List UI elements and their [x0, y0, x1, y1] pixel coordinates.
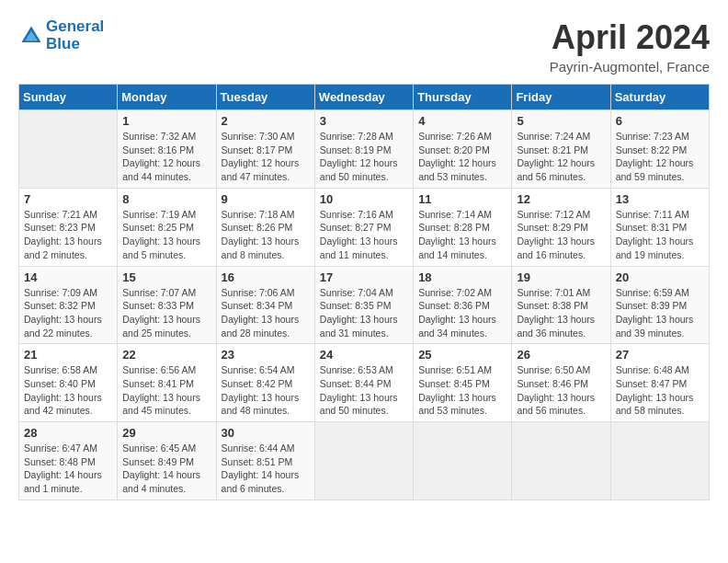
logo: General Blue [18, 18, 104, 52]
day-info: Sunrise: 6:45 AMSunset: 8:49 PMDaylight:… [122, 442, 210, 496]
day-number: 15 [122, 270, 210, 284]
calendar-cell: 13Sunrise: 7:11 AMSunset: 8:31 PMDayligh… [610, 188, 709, 266]
day-info: Sunrise: 6:47 AMSunset: 8:48 PMDaylight:… [24, 442, 112, 496]
day-number: 3 [320, 114, 408, 128]
calendar-cell: 15Sunrise: 7:07 AMSunset: 8:33 PMDayligh… [118, 266, 216, 344]
day-info: Sunrise: 7:16 AMSunset: 8:27 PMDaylight:… [320, 208, 408, 262]
day-info: Sunrise: 7:07 AMSunset: 8:33 PMDaylight:… [122, 286, 210, 340]
logo-icon [18, 23, 44, 49]
calendar-cell: 4Sunrise: 7:26 AMSunset: 8:20 PMDaylight… [414, 110, 512, 189]
header-row: SundayMondayTuesdayWednesdayThursdayFrid… [19, 85, 710, 110]
calendar-cell: 22Sunrise: 6:56 AMSunset: 8:41 PMDayligh… [118, 344, 216, 422]
calendar-cell: 16Sunrise: 7:06 AMSunset: 8:34 PMDayligh… [216, 266, 314, 344]
calendar-body: 1Sunrise: 7:32 AMSunset: 8:16 PMDaylight… [19, 110, 710, 500]
calendar-cell: 19Sunrise: 7:01 AMSunset: 8:38 PMDayligh… [512, 266, 610, 344]
week-row-4: 21Sunrise: 6:58 AMSunset: 8:40 PMDayligh… [19, 344, 710, 422]
calendar-cell: 29Sunrise: 6:45 AMSunset: 8:49 PMDayligh… [118, 422, 216, 500]
day-info: Sunrise: 7:19 AMSunset: 8:25 PMDaylight:… [122, 208, 210, 262]
header-wednesday: Wednesday [314, 85, 413, 110]
day-info: Sunrise: 7:23 AMSunset: 8:22 PMDaylight:… [616, 130, 704, 184]
header-friday: Friday [512, 85, 610, 110]
week-row-1: 1Sunrise: 7:32 AMSunset: 8:16 PMDaylight… [19, 110, 710, 189]
day-info: Sunrise: 7:32 AMSunset: 8:16 PMDaylight:… [122, 130, 210, 184]
header-monday: Monday [118, 85, 216, 110]
title-block: April 2024 Payrin-Augmontel, France [550, 18, 710, 75]
day-info: Sunrise: 7:18 AMSunset: 8:26 PMDaylight:… [222, 208, 310, 262]
calendar-cell [19, 110, 118, 189]
calendar-cell: 12Sunrise: 7:12 AMSunset: 8:29 PMDayligh… [512, 188, 610, 266]
header-saturday: Saturday [610, 85, 709, 110]
calendar-cell: 5Sunrise: 7:24 AMSunset: 8:21 PMDaylight… [512, 110, 610, 189]
day-info: Sunrise: 6:48 AMSunset: 8:47 PMDaylight:… [616, 363, 704, 418]
calendar-cell: 11Sunrise: 7:14 AMSunset: 8:28 PMDayligh… [414, 188, 512, 266]
page-header: General Blue April 2024 Payrin-Augmontel… [18, 18, 710, 75]
calendar-cell: 27Sunrise: 6:48 AMSunset: 8:47 PMDayligh… [610, 344, 709, 422]
calendar-cell: 24Sunrise: 6:53 AMSunset: 8:44 PMDayligh… [314, 344, 413, 422]
day-info: Sunrise: 7:24 AMSunset: 8:21 PMDaylight:… [517, 130, 605, 184]
day-number: 7 [24, 192, 112, 206]
day-number: 6 [616, 114, 704, 128]
day-info: Sunrise: 7:09 AMSunset: 8:32 PMDaylight:… [24, 286, 112, 340]
day-info: Sunrise: 7:12 AMSunset: 8:29 PMDaylight:… [517, 208, 605, 262]
calendar-cell: 25Sunrise: 6:51 AMSunset: 8:45 PMDayligh… [414, 344, 512, 422]
day-number: 9 [222, 192, 310, 206]
day-info: Sunrise: 7:01 AMSunset: 8:38 PMDaylight:… [517, 286, 605, 340]
calendar-cell: 21Sunrise: 6:58 AMSunset: 8:40 PMDayligh… [19, 344, 118, 422]
day-info: Sunrise: 6:58 AMSunset: 8:40 PMDaylight:… [24, 363, 112, 418]
week-row-5: 28Sunrise: 6:47 AMSunset: 8:48 PMDayligh… [19, 422, 710, 500]
day-number: 1 [122, 114, 210, 128]
calendar-cell: 8Sunrise: 7:19 AMSunset: 8:25 PMDaylight… [118, 188, 216, 266]
week-row-3: 14Sunrise: 7:09 AMSunset: 8:32 PMDayligh… [19, 266, 710, 344]
day-number: 20 [616, 270, 704, 284]
day-number: 14 [24, 270, 112, 284]
calendar-header: SundayMondayTuesdayWednesdayThursdayFrid… [19, 85, 710, 110]
day-number: 26 [517, 348, 605, 362]
calendar-cell: 17Sunrise: 7:04 AMSunset: 8:35 PMDayligh… [314, 266, 413, 344]
day-number: 16 [222, 270, 310, 284]
calendar-cell: 9Sunrise: 7:18 AMSunset: 8:26 PMDaylight… [216, 188, 314, 266]
day-info: Sunrise: 7:11 AMSunset: 8:31 PMDaylight:… [616, 208, 704, 262]
day-info: Sunrise: 6:53 AMSunset: 8:44 PMDaylight:… [320, 363, 408, 418]
day-info: Sunrise: 6:50 AMSunset: 8:46 PMDaylight:… [517, 363, 605, 418]
day-number: 21 [24, 348, 112, 362]
day-info: Sunrise: 6:56 AMSunset: 8:41 PMDaylight:… [122, 363, 210, 418]
calendar-cell [610, 422, 709, 500]
day-number: 30 [222, 426, 310, 440]
week-row-2: 7Sunrise: 7:21 AMSunset: 8:23 PMDaylight… [19, 188, 710, 266]
day-number: 8 [122, 192, 210, 206]
day-number: 19 [517, 270, 605, 284]
calendar-cell [512, 422, 610, 500]
header-tuesday: Tuesday [216, 85, 314, 110]
calendar-cell: 7Sunrise: 7:21 AMSunset: 8:23 PMDaylight… [19, 188, 118, 266]
day-info: Sunrise: 7:21 AMSunset: 8:23 PMDaylight:… [24, 208, 112, 262]
day-number: 13 [616, 192, 704, 206]
logo-text-general: General [46, 18, 104, 36]
day-number: 12 [517, 192, 605, 206]
calendar-cell: 1Sunrise: 7:32 AMSunset: 8:16 PMDaylight… [118, 110, 216, 189]
day-number: 24 [320, 348, 408, 362]
day-info: Sunrise: 7:14 AMSunset: 8:28 PMDaylight:… [418, 208, 506, 262]
header-thursday: Thursday [414, 85, 512, 110]
day-number: 18 [418, 270, 506, 284]
day-number: 22 [122, 348, 210, 362]
calendar-cell: 30Sunrise: 6:44 AMSunset: 8:51 PMDayligh… [216, 422, 314, 500]
day-number: 11 [418, 192, 506, 206]
calendar-cell: 3Sunrise: 7:28 AMSunset: 8:19 PMDaylight… [314, 110, 413, 189]
calendar-cell: 6Sunrise: 7:23 AMSunset: 8:22 PMDaylight… [610, 110, 709, 189]
day-number: 27 [616, 348, 704, 362]
day-info: Sunrise: 6:44 AMSunset: 8:51 PMDaylight:… [222, 442, 310, 496]
calendar-cell [414, 422, 512, 500]
day-info: Sunrise: 7:06 AMSunset: 8:34 PMDaylight:… [222, 286, 310, 340]
calendar-cell: 20Sunrise: 6:59 AMSunset: 8:39 PMDayligh… [610, 266, 709, 344]
day-number: 2 [222, 114, 310, 128]
day-number: 28 [24, 426, 112, 440]
day-number: 5 [517, 114, 605, 128]
day-number: 29 [122, 426, 210, 440]
header-sunday: Sunday [19, 85, 118, 110]
day-info: Sunrise: 6:54 AMSunset: 8:42 PMDaylight:… [222, 363, 310, 418]
day-number: 10 [320, 192, 408, 206]
calendar-cell: 14Sunrise: 7:09 AMSunset: 8:32 PMDayligh… [19, 266, 118, 344]
calendar-cell: 18Sunrise: 7:02 AMSunset: 8:36 PMDayligh… [414, 266, 512, 344]
day-info: Sunrise: 6:59 AMSunset: 8:39 PMDaylight:… [616, 286, 704, 340]
day-info: Sunrise: 7:30 AMSunset: 8:17 PMDaylight:… [222, 130, 310, 184]
